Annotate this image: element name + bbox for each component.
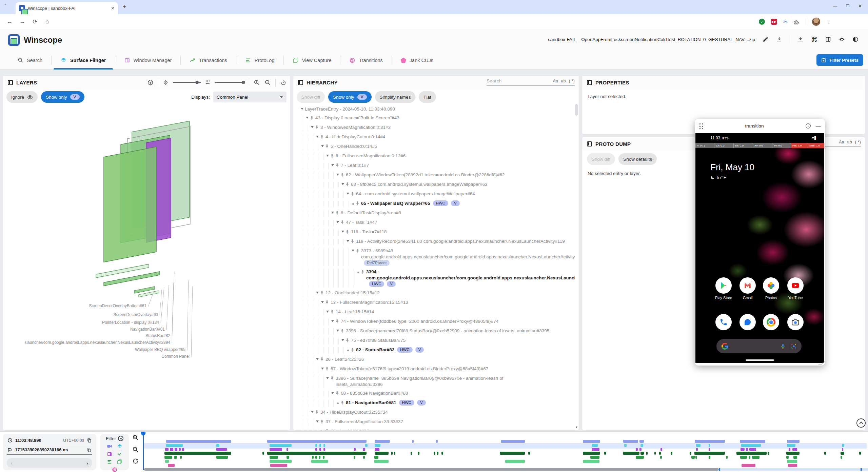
tree-node[interactable]: 81 - NavigationBar0#81HWCV — [298, 398, 575, 408]
pin-icon[interactable] — [340, 400, 346, 407]
tab-transitions[interactable]: Transitions — [340, 51, 391, 70]
tree-node-label[interactable]: 67 - WindowToken{e5176f9 type=2019 andro… — [331, 366, 488, 372]
expand-arrow-icon[interactable] — [335, 330, 340, 332]
timeline-event-window-manager[interactable] — [636, 448, 638, 451]
pin-icon[interactable] — [320, 291, 326, 297]
screen-recording-filter-icon[interactable] — [107, 444, 112, 449]
expand-arrow-icon[interactable] — [320, 301, 325, 303]
tree-node-label[interactable]: 68 - 885b63e NavigationBar0#68 — [341, 390, 408, 396]
collapse-timeline-button[interactable] — [856, 418, 866, 428]
timeline-event-surface-flinger[interactable] — [270, 444, 292, 447]
extension-red-icon[interactable]: ▶▶ — [771, 19, 777, 25]
timeline-event-transactions[interactable] — [659, 452, 661, 455]
timeline-event-window-manager[interactable] — [363, 448, 365, 451]
timeline-event-transactions[interactable] — [528, 452, 530, 455]
download-icon[interactable] — [776, 36, 782, 42]
tab-search-chevron-icon[interactable]: ˇ — [5, 4, 6, 9]
timeline-event-protolog[interactable] — [786, 456, 789, 459]
pin-icon[interactable] — [325, 429, 331, 430]
layer-label[interactable]: StatusBar#82 — [145, 333, 170, 338]
expand-arrow-icon[interactable] — [330, 320, 335, 322]
timeline-event-surface-flinger[interactable] — [375, 444, 380, 447]
leaf-dot-icon[interactable] — [345, 349, 351, 351]
timeline-event-protolog[interactable] — [174, 456, 177, 459]
leaf-dot-icon[interactable] — [355, 271, 361, 273]
nanoseconds-value[interactable]: 1715339028890230166 ns — [15, 447, 68, 452]
timeline-event-view-capture[interactable] — [583, 460, 599, 463]
timeline-event-transitions[interactable] — [168, 464, 175, 467]
timeline-event-surface-flinger[interactable] — [319, 444, 321, 447]
timeline-event-window-manager[interactable] — [842, 448, 843, 451]
tree-node-label[interactable]: 26 - Leaf:24:25#26 — [326, 356, 364, 362]
tree-node-label[interactable]: 14 - Leaf:15:15#14 — [336, 309, 374, 315]
layers-3d-canvas[interactable]: ScreenDecorOverlayBottom#61ScreenDecorOv… — [3, 103, 290, 430]
filter-presets-button[interactable]: Filter Presets — [816, 54, 863, 66]
tree-node[interactable]: LayerTraceEntry - 2024-05-10, 11:03:48.8… — [298, 105, 575, 114]
timeline-event-window-manager[interactable] — [354, 448, 356, 451]
tree-node[interactable]: 64 - com.android.systemui.wallpapers.Ima… — [298, 190, 575, 199]
pin-icon[interactable] — [340, 329, 346, 335]
match-case-icon[interactable]: Aa — [553, 79, 558, 83]
play-store-app-icon[interactable] — [715, 277, 732, 294]
pin-icon[interactable] — [335, 211, 341, 217]
tree-node-label[interactable]: 12 - OneHanded:15:15#12 — [326, 290, 380, 296]
timeline-event-protolog[interactable] — [660, 456, 662, 459]
timeline-event-window-manager[interactable] — [709, 448, 710, 451]
timeline-event-transactions[interactable] — [736, 452, 767, 455]
minimize-icon[interactable]: — — [833, 3, 837, 8]
timeline-event-transactions[interactable] — [583, 452, 600, 455]
tree-node-label[interactable]: LayerTraceEntry - 2024-05-10, 11:03:48.8… — [305, 106, 395, 112]
timeline-event-view-capture[interactable] — [374, 460, 389, 463]
zoom-in-icon[interactable] — [254, 79, 260, 86]
minimize-window-icon[interactable]: — — [816, 123, 821, 129]
nanoseconds-row[interactable]: 1715339028890230166 ns — [7, 445, 92, 455]
tree-node-label[interactable]: 3394 - com.google.android.apps.nexuslaun… — [366, 269, 575, 287]
pin-icon[interactable] — [320, 357, 326, 363]
timeline-scrollbar-thumb[interactable] — [144, 468, 719, 471]
timeline-zoom-range[interactable] — [719, 468, 868, 471]
timeline-event-protolog[interactable] — [752, 456, 760, 459]
tree-node-label[interactable]: 6 - FullscreenMagnification:0:12#6 — [336, 153, 406, 159]
tree-node[interactable]: 3395 - Surface(name=ed70f88 StatusBar)/@… — [298, 327, 575, 336]
timeline-event-protolog[interactable] — [363, 456, 365, 459]
pin-icon[interactable] — [351, 192, 356, 198]
tree-node[interactable]: 3 - WindowedMagnification:0:31#3 — [298, 123, 575, 133]
pin-icon[interactable] — [346, 230, 351, 236]
tree-node[interactable]: 74 - WindowToken{fdddbe6 type=2000 andro… — [298, 317, 575, 327]
pin-icon[interactable] — [351, 239, 356, 245]
panel-collapse-icon[interactable] — [298, 80, 303, 85]
pin-icon[interactable] — [361, 270, 366, 276]
drag-handle-icon[interactable] — [699, 123, 704, 130]
timeline-event-transitions[interactable] — [788, 464, 797, 467]
dark-mode-icon[interactable] — [852, 36, 859, 42]
tree-node[interactable]: 37 - FullscreenMagnification:33:33#37 — [298, 417, 575, 427]
expand-arrow-icon[interactable] — [325, 377, 330, 379]
timeline-event-window-manager[interactable] — [660, 448, 662, 451]
timeline-zoom-in-icon[interactable] — [132, 434, 139, 441]
timeline-event-screen-recording[interactable] — [375, 440, 390, 443]
timeline-event-window-manager[interactable] — [270, 448, 282, 451]
leaf-dot-icon[interactable] — [350, 202, 356, 205]
expand-arrow-icon[interactable] — [310, 411, 315, 413]
tree-node-label[interactable]: 7 - Leaf:0:1#7 — [341, 162, 369, 169]
tree-node-label[interactable]: 65 - Wallpaper BBQ wrapper#65HWCV — [361, 200, 460, 206]
panel-collapse-icon[interactable] — [587, 80, 592, 85]
copy-icon[interactable] — [87, 448, 92, 452]
tree-node-label[interactable]: 43 - Display 0 name="Built-in Screen"#43 — [315, 115, 399, 121]
timeline-event-window-manager[interactable] — [315, 448, 317, 451]
tree-node-label[interactable]: 13 - FullscreenMagnification:15:15#13 — [331, 299, 408, 306]
timeline-zoom-out-icon[interactable] — [132, 446, 139, 453]
expand-arrow-icon[interactable] — [320, 145, 325, 147]
gmail-app-icon[interactable] — [739, 277, 756, 294]
pin-icon[interactable] — [315, 125, 320, 131]
timeline-event-surface-flinger[interactable] — [709, 444, 710, 447]
displays-select[interactable]: Common Panel — [213, 92, 287, 102]
layer-label[interactable]: ScreenDecorOverlay#60 — [114, 312, 158, 317]
tree-node-label[interactable]: 3373 - 6989b49 com.google.android.apps.n… — [361, 248, 571, 266]
tree-node[interactable]: 7 - Leaf:0:1#7 — [298, 161, 575, 171]
timeline-event-protolog[interactable] — [793, 456, 797, 459]
reset-view-icon[interactable] — [280, 79, 287, 86]
spacing-icon[interactable] — [205, 80, 210, 85]
shortcuts-icon[interactable]: ⌘ — [811, 36, 817, 43]
timeline-event-transactions[interactable] — [671, 452, 672, 455]
